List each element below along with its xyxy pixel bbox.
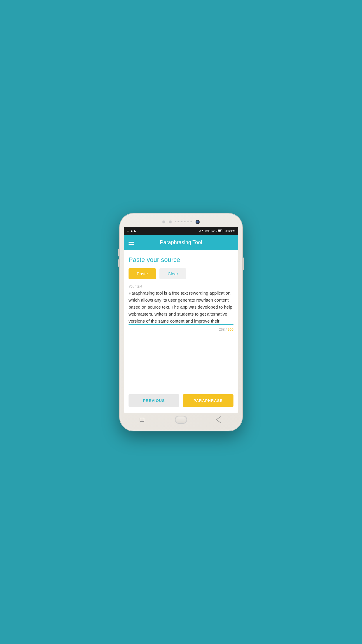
clear-button[interactable]: Clear <box>159 268 186 279</box>
speaker-dot-left <box>162 220 165 223</box>
volume-down-button[interactable] <box>118 259 120 267</box>
text-input-area: Your text 268 / 500 <box>129 284 233 338</box>
char-separator: / <box>225 328 228 332</box>
gallery-icon: ▭ <box>127 230 129 232</box>
wifi-icon: WiFi <box>205 230 210 232</box>
menu-button[interactable] <box>129 241 134 245</box>
front-camera <box>196 220 200 224</box>
power-button[interactable] <box>242 257 244 270</box>
bottom-navigation: PREVIOUS PARAPHRASE <box>129 391 233 408</box>
status-bar-right: ✗✗ WiFi 57% 3:02 PM <box>199 230 235 232</box>
speaker-grille <box>175 221 192 222</box>
volume-up-button[interactable] <box>118 249 120 257</box>
volume-buttons <box>118 249 120 267</box>
previous-button[interactable]: PREVIOUS <box>129 394 179 407</box>
toolbar-title: Paraphrasing Tool <box>139 239 223 246</box>
app-content: Paste your source Paste Clear Your text … <box>124 250 238 413</box>
char-count: 268 / 500 <box>129 328 233 332</box>
back-button[interactable] <box>217 416 224 423</box>
phone-screen: ▭ ▶ ▶ ✗✗ WiFi 57% 3:02 PM Pa <box>124 227 238 413</box>
source-text-input[interactable] <box>129 290 233 325</box>
phone-top-hardware <box>124 219 238 227</box>
paste-button[interactable]: Paste <box>129 268 156 279</box>
status-bar-left: ▭ ▶ ▶ <box>127 230 136 232</box>
recent-apps-button[interactable] <box>138 416 145 423</box>
text-label: Your text <box>129 284 233 288</box>
action-buttons: Paste Clear <box>129 268 233 279</box>
battery-icon <box>218 230 223 232</box>
char-limit: 500 <box>228 328 233 332</box>
phone-device: ▭ ▶ ▶ ✗✗ WiFi 57% 3:02 PM Pa <box>120 214 242 431</box>
char-current: 268 <box>219 328 225 332</box>
time-display: 3:02 PM <box>225 230 235 232</box>
play-icon: ▶ <box>131 230 133 232</box>
section-title: Paste your source <box>129 256 233 264</box>
status-bar: ▭ ▶ ▶ ✗✗ WiFi 57% 3:02 PM <box>124 227 238 235</box>
signal-icon: ✗✗ <box>199 230 204 232</box>
home-button[interactable] <box>175 416 187 424</box>
play2-icon: ▶ <box>134 230 136 232</box>
content-spacer <box>129 338 233 391</box>
phone-bottom-bar <box>124 413 238 426</box>
paraphrase-button[interactable]: PARAPHRASE <box>183 394 233 407</box>
app-toolbar: Paraphrasing Tool <box>124 235 238 250</box>
battery-percent: 57% <box>211 230 217 232</box>
speaker-dot-right <box>169 220 172 223</box>
